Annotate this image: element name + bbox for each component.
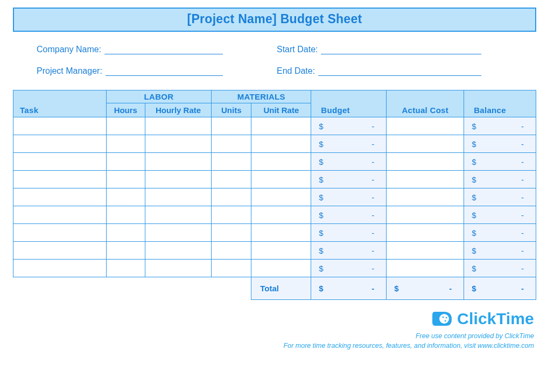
cell-hours[interactable] [106,117,145,135]
table-row: $-$- [13,171,536,188]
cell-hours[interactable] [106,153,145,171]
start-date-input[interactable] [321,45,481,54]
cell-budget: $- [311,171,387,188]
brand-name: ClickTime [457,310,534,328]
cell-hourly-rate[interactable] [145,260,211,277]
cell-hourly-rate[interactable] [145,153,211,171]
cell-units[interactable] [212,153,251,171]
cell-balance: $- [464,206,536,224]
project-manager-input[interactable] [106,66,223,76]
header-actual: Actual Cost [387,90,464,117]
cell-hourly-rate[interactable] [145,135,211,153]
cell-units[interactable] [212,206,251,224]
cell-budget: $- [311,242,387,260]
footer: ClickTime Free use content provided by C… [13,310,536,349]
header-budget: Budget [311,90,387,117]
table-row: $-$- [13,242,536,260]
cell-units[interactable] [212,260,251,277]
cell-actual[interactable] [387,206,464,224]
cell-actual[interactable] [387,224,464,242]
cell-task[interactable] [13,206,107,224]
cell-unit-rate[interactable] [251,224,311,242]
cell-actual[interactable] [387,188,464,206]
cell-hours[interactable] [106,224,145,242]
total-budget: $- [311,277,387,300]
end-date-label: End Date: [277,66,318,76]
cell-balance: $- [464,117,536,135]
cell-unit-rate[interactable] [251,171,311,188]
svg-point-3 [445,320,446,322]
header-task: Task [13,90,107,117]
table-row: $-$- [13,135,536,153]
cell-unit-rate[interactable] [251,206,311,224]
cell-task[interactable] [13,117,107,135]
cell-task[interactable] [13,242,107,260]
cell-actual[interactable] [387,242,464,260]
cell-balance: $- [464,135,536,153]
cell-budget: $- [311,188,387,206]
cell-actual[interactable] [387,135,464,153]
cell-units[interactable] [212,171,251,188]
cell-unit-rate[interactable] [251,188,311,206]
cell-budget: $- [311,260,387,277]
cell-budget: $- [311,153,387,171]
clicktime-icon [431,310,453,328]
cell-unit-rate[interactable] [251,135,311,153]
cell-task[interactable] [13,153,107,171]
cell-units[interactable] [212,117,251,135]
cell-unit-rate[interactable] [251,242,311,260]
cell-unit-rate[interactable] [251,117,311,135]
cell-hours[interactable] [106,135,145,153]
cell-units[interactable] [212,224,251,242]
table-row: $-$- [13,153,536,171]
header-unit-rate: Unit Rate [251,103,311,117]
cell-balance: $- [464,242,536,260]
cell-budget: $- [311,206,387,224]
cell-unit-rate[interactable] [251,153,311,171]
cell-units[interactable] [212,188,251,206]
table-row: $-$- [13,117,536,135]
cell-task[interactable] [13,224,107,242]
company-name-input[interactable] [104,45,223,54]
cell-hourly-rate[interactable] [145,188,211,206]
cell-unit-rate[interactable] [251,260,311,277]
cell-hours[interactable] [106,242,145,260]
end-date-input[interactable] [318,66,481,76]
svg-point-1 [443,317,444,318]
cell-actual[interactable] [387,153,464,171]
cell-hourly-rate[interactable] [145,117,211,135]
table-row: $-$- [13,188,536,206]
project-manager-label: Project Manager: [37,66,106,76]
cell-actual[interactable] [387,117,464,135]
cell-task[interactable] [13,260,107,277]
header-hours: Hours [106,103,145,117]
cell-hourly-rate[interactable] [145,206,211,224]
total-actual: $- [387,277,464,300]
cell-hours[interactable] [106,206,145,224]
company-name-label: Company Name: [37,45,104,54]
cell-budget: $- [311,117,387,135]
cell-hours[interactable] [106,171,145,188]
cell-task[interactable] [13,188,107,206]
cell-hours[interactable] [106,188,145,206]
cell-units[interactable] [212,135,251,153]
cell-task[interactable] [13,135,107,153]
cell-hourly-rate[interactable] [145,242,211,260]
cell-units[interactable] [212,242,251,260]
header-units: Units [212,103,251,117]
cell-hours[interactable] [106,260,145,277]
cell-task[interactable] [13,171,107,188]
header-materials-group: MATERIALS [212,90,311,103]
svg-point-0 [439,314,449,324]
cell-budget: $- [311,135,387,153]
cell-balance: $- [464,224,536,242]
cell-hourly-rate[interactable] [145,171,211,188]
cell-actual[interactable] [387,171,464,188]
footer-line-1: Free use content provided by ClickTime [13,332,534,340]
cell-hourly-rate[interactable] [145,224,211,242]
cell-balance: $- [464,260,536,277]
cell-balance: $- [464,188,536,206]
page-title: [Project Name] Budget Sheet [13,8,536,32]
header-labor-group: LABOR [106,90,211,103]
cell-actual[interactable] [387,260,464,277]
